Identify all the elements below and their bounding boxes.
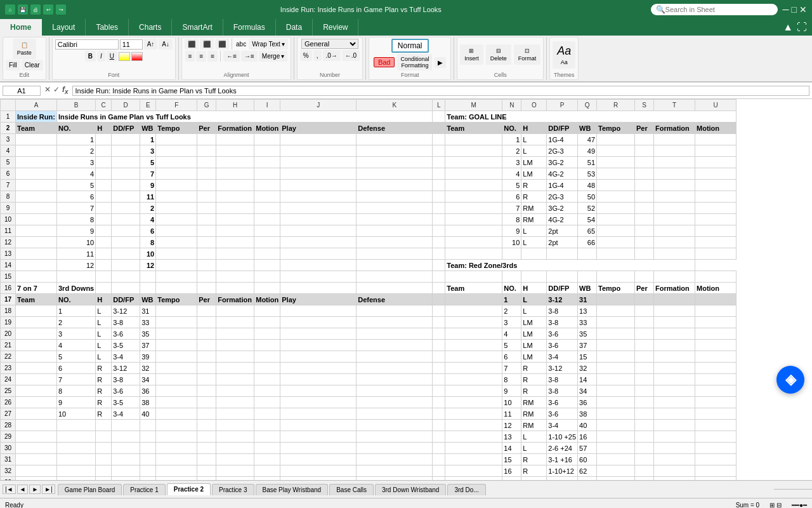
tab-home[interactable]: Home (0, 19, 42, 36)
col-header-O[interactable]: O (521, 100, 547, 111)
clear-button[interactable]: Clear (22, 60, 43, 70)
print-icon[interactable]: 🖨 (30, 4, 41, 15)
highlight-color-btn[interactable] (119, 52, 130, 61)
cell-N6[interactable]: 4 (502, 168, 521, 180)
tab-practice-3[interactable]: Practice 3 (212, 484, 254, 495)
cell-O30[interactable]: L (521, 443, 547, 454)
cell-N21[interactable]: 5 (502, 340, 521, 351)
col-header-J[interactable]: J (280, 100, 357, 111)
cell-O18[interactable]: L (521, 305, 547, 317)
cell-P25[interactable]: 3-8 (547, 385, 578, 397)
cell-O32[interactable]: R (521, 465, 547, 477)
font-increase-btn[interactable]: A↑ (144, 39, 158, 50)
col-header-L[interactable]: L (433, 100, 445, 111)
cell-P6[interactable]: 4G-2 (547, 168, 578, 180)
cell-N26[interactable]: 10 (502, 397, 521, 408)
font-name-input[interactable] (55, 39, 119, 50)
cell-E14[interactable]: 12 (140, 260, 156, 271)
cell-D17[interactable]: DD/FP (112, 294, 140, 305)
cell-K2[interactable]: Defense (357, 123, 433, 134)
cell-E25[interactable]: 36 (140, 385, 156, 397)
cell-C25[interactable]: R (96, 385, 112, 397)
cell-N19[interactable]: 3 (502, 317, 521, 328)
cell-C21[interactable]: L (96, 340, 112, 351)
percent-btn[interactable]: % (300, 50, 312, 61)
search-input[interactable] (665, 6, 767, 13)
cell-C19[interactable]: L (96, 317, 112, 328)
cell-E12[interactable]: 8 (140, 237, 156, 248)
cell-U2[interactable]: Motion (695, 123, 737, 134)
cell-G3[interactable] (197, 134, 216, 145)
tab-3rd-down-wristband[interactable]: 3rd Down Wristband (375, 484, 446, 495)
cell-O16[interactable]: H (521, 283, 547, 294)
align-center-btn[interactable]: ≡ (196, 51, 206, 62)
cell-M14[interactable]: Team: Red Zone/3rds (445, 260, 695, 271)
cell-B7[interactable]: 5 (57, 180, 96, 191)
cell-B6[interactable]: 4 (57, 168, 96, 180)
cell-E22[interactable]: 39 (140, 351, 156, 363)
tab-review[interactable]: Review (313, 19, 358, 36)
cell-O19[interactable]: LM (521, 317, 547, 328)
close-btn[interactable]: ✕ (799, 4, 807, 15)
cell-E21[interactable]: 37 (140, 340, 156, 351)
cell-P20[interactable]: 3-6 (547, 328, 578, 340)
cell-B24[interactable]: 7 (57, 374, 96, 385)
cell-C2[interactable]: H (96, 123, 112, 134)
cell-K17[interactable]: Defense (357, 294, 433, 305)
themes-button[interactable]: Aa Aa (553, 41, 575, 69)
sheet-last-btn[interactable]: ►| (42, 485, 55, 494)
cell-N24[interactable]: 8 (502, 374, 521, 385)
cell-E9[interactable]: 2 (140, 203, 156, 214)
search-box[interactable]: 🔍 (651, 4, 778, 15)
cell-A1[interactable]: Inside Run: (16, 111, 57, 123)
cell-N28[interactable]: 12 (502, 420, 521, 431)
cell-Q19[interactable]: 33 (578, 317, 597, 328)
cell-R16[interactable]: Tempo (597, 283, 635, 294)
cell-Q30[interactable]: 57 (578, 443, 597, 454)
tab-data[interactable]: Data (276, 19, 313, 36)
sheet-prev-btn[interactable]: ◄ (17, 485, 29, 494)
col-header-U[interactable]: U (695, 100, 737, 111)
cell-N22[interactable]: 6 (502, 351, 521, 363)
cell-I2[interactable]: Motion (254, 123, 280, 134)
cell-T16[interactable]: Formation (654, 283, 695, 294)
cell-C17[interactable]: H (96, 294, 112, 305)
cell-O6[interactable]: LM (521, 168, 547, 180)
cell-B12[interactable]: 10 (57, 237, 96, 248)
cell-B21[interactable]: 4 (57, 340, 96, 351)
minimize-btn[interactable]: ─ (783, 4, 789, 15)
cell-Q8[interactable]: 50 (578, 191, 597, 203)
delete-button[interactable]: ⊟ Delete (486, 44, 511, 65)
col-header-C[interactable]: C (96, 100, 112, 111)
cell-N7[interactable]: 5 (502, 180, 521, 191)
cell-Q18[interactable]: 13 (578, 305, 597, 317)
col-header-R[interactable]: R (597, 100, 635, 111)
ribbon-expand-icon[interactable]: ▲ (783, 22, 793, 33)
cell-N10[interactable]: 8 (502, 214, 521, 225)
cell-O3[interactable]: L (521, 134, 547, 145)
col-header-K[interactable]: K (357, 100, 433, 111)
home-icon[interactable]: ⌂ (5, 4, 15, 15)
cell-S16[interactable]: Per (635, 283, 654, 294)
cell-P4[interactable]: 2G-3 (547, 145, 578, 157)
cell-M3[interactable] (445, 134, 502, 145)
cancel-formula-icon[interactable]: ✕ (44, 85, 51, 95)
cell-O17[interactable]: L (521, 294, 547, 305)
cell-C24[interactable]: R (96, 374, 112, 385)
cell-O5[interactable]: LM (521, 157, 547, 168)
cell-L2[interactable] (433, 123, 445, 134)
cell-K3[interactable] (357, 134, 433, 145)
col-header-F[interactable]: F (156, 100, 197, 111)
cell-P17[interactable]: 3-12 (547, 294, 578, 305)
cell-B2[interactable]: NO. (57, 123, 96, 134)
cell-N31[interactable]: 15 (502, 454, 521, 465)
font-color-btn[interactable] (131, 52, 143, 61)
italic-button[interactable]: I (97, 51, 105, 62)
cell-Q6[interactable]: 53 (578, 168, 597, 180)
cell-Q24[interactable]: 14 (578, 374, 597, 385)
cell-B25[interactable]: 8 (57, 385, 96, 397)
cell-Q27[interactable]: 38 (578, 408, 597, 420)
cell-D2[interactable]: DD/FP (112, 123, 140, 134)
cell-E23[interactable]: 32 (140, 363, 156, 374)
normal-style-box[interactable]: Normal (391, 39, 429, 53)
